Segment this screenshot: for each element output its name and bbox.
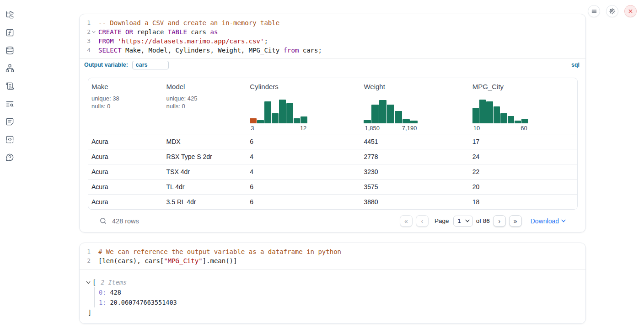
- function-square-icon: [5, 28, 14, 37]
- table-cell: 22: [469, 168, 577, 175]
- table-row[interactable]: AcuraTSX 4dr4323022: [88, 164, 577, 179]
- table-cell: RSX Type S 2dr: [163, 153, 247, 160]
- table-header-row: Make unique: 38 nulls: 0 Model unique: 4…: [88, 78, 577, 134]
- histogram-bar[interactable]: [364, 120, 371, 123]
- sidebar-item-scratchpad[interactable]: [5, 81, 15, 91]
- line-number: 2: [80, 256, 94, 265]
- histogram-bar[interactable]: [272, 113, 279, 123]
- sidebar-item-dependency-graph[interactable]: [5, 63, 15, 73]
- table-body: AcuraMDX6445117AcuraRSX Type S 2dr427782…: [88, 134, 577, 209]
- column-header-model[interactable]: Model unique: 425 nulls: 0: [163, 83, 247, 134]
- first-page-button[interactable]: «: [400, 215, 413, 227]
- settings-button[interactable]: [606, 5, 618, 17]
- table-cell: 4: [247, 168, 360, 175]
- sidebar-item-variables[interactable]: [5, 27, 15, 37]
- histogram-bar[interactable]: [286, 103, 293, 123]
- table-cell: 6: [247, 198, 360, 206]
- column-header-mpg-city[interactable]: MPG_City 1060: [469, 83, 577, 134]
- histogram-bar[interactable]: [257, 120, 264, 123]
- histogram-bar[interactable]: [379, 100, 386, 123]
- column-stat: nulls: 0: [91, 102, 160, 110]
- sidebar-item-help[interactable]: [5, 152, 15, 162]
- histogram-bar[interactable]: [486, 101, 493, 123]
- download-button[interactable]: Download: [531, 217, 566, 225]
- table-row[interactable]: AcuraMDX6445117: [88, 134, 577, 149]
- chevron-down-icon: [465, 219, 470, 222]
- table-cell: 3230: [360, 168, 469, 175]
- search-icon[interactable]: [99, 217, 107, 225]
- code-text: # We can reference the output variable a…: [94, 247, 341, 256]
- row-count: 428 rows: [112, 217, 139, 225]
- histogram-bar[interactable]: [279, 100, 286, 123]
- python-code-editor[interactable]: 1# We can reference the output variable …: [80, 243, 585, 270]
- column-header-cylinders[interactable]: Cylinders 312: [247, 83, 360, 134]
- table-cell: 20: [469, 183, 577, 190]
- histogram-bar[interactable]: [410, 121, 418, 123]
- code-square-icon: [5, 135, 14, 144]
- table-row[interactable]: AcuraTL 4dr6357520: [88, 179, 577, 194]
- prev-page-button[interactable]: ‹: [416, 215, 429, 227]
- histogram-bar[interactable]: [521, 119, 528, 123]
- table-cell: Acura: [88, 138, 163, 145]
- database-icon: [5, 46, 14, 55]
- sql-cell: 1-- Download a CSV and create an in-memo…: [79, 14, 586, 233]
- sql-code-editor[interactable]: 1-- Download a CSV and create an in-memo…: [80, 14, 585, 58]
- histogram-bar[interactable]: [515, 121, 521, 123]
- histogram-axis-labels: 312: [250, 125, 307, 132]
- fold-chevron-icon[interactable]: [92, 31, 96, 33]
- histogram-bar[interactable]: [395, 111, 402, 123]
- column-header-make[interactable]: Make unique: 38 nulls: 0: [88, 83, 163, 134]
- collapse-chevron-icon[interactable]: [86, 281, 91, 284]
- histogram-bar[interactable]: [250, 118, 257, 123]
- histogram-bar[interactable]: [508, 116, 514, 123]
- last-page-button[interactable]: »: [509, 215, 522, 227]
- code-text: -- Download a CSV and create an in-memor…: [94, 18, 279, 27]
- table-row[interactable]: Acura3.5 RL 4dr6388018: [88, 194, 577, 209]
- close-icon: [628, 8, 633, 14]
- page-total: of 86: [476, 217, 490, 224]
- open-bracket: [: [92, 277, 96, 287]
- histogram-bar[interactable]: [371, 105, 379, 123]
- next-page-button[interactable]: ›: [493, 215, 506, 227]
- histogram-bar[interactable]: [494, 106, 500, 123]
- table-cell: TSX 4dr: [163, 168, 247, 175]
- table-cell: 18: [469, 198, 577, 206]
- sidebar-item-file-explorer[interactable]: [5, 10, 15, 20]
- close-bracket: ]: [88, 307, 585, 317]
- code-line: 3FROM 'https://datasets.marimo.app/cars.…: [80, 37, 585, 46]
- column-stat: unique: 38: [91, 95, 160, 102]
- table-cell: 4451: [360, 138, 469, 145]
- column-header-weight[interactable]: Weight 1,8507,190: [360, 83, 469, 134]
- histogram-bar[interactable]: [301, 116, 307, 123]
- table-footer: 428 rows « ‹ Page 1 of 86 › »: [88, 210, 578, 232]
- histogram-bar[interactable]: [387, 105, 394, 123]
- cylinders-histogram[interactable]: 312: [250, 100, 307, 134]
- histogram-bar[interactable]: [472, 108, 479, 123]
- output-variable-label: Output variable:: [84, 62, 128, 68]
- table-cell: Acura: [88, 198, 163, 206]
- histogram-bar[interactable]: [500, 113, 507, 123]
- menu-button[interactable]: [588, 5, 600, 17]
- shutdown-button[interactable]: [624, 5, 637, 17]
- sidebar-item-datasources[interactable]: [5, 45, 15, 55]
- weight-histogram[interactable]: 1,8507,190: [364, 100, 418, 134]
- table-cell: 17: [469, 138, 577, 145]
- histogram-bar[interactable]: [479, 100, 486, 123]
- table-cell: Acura: [88, 153, 163, 160]
- histogram-bar[interactable]: [294, 118, 301, 123]
- page-select[interactable]: 1: [453, 216, 472, 227]
- sidebar-item-snippets[interactable]: [5, 134, 15, 144]
- document-icon: [5, 117, 14, 126]
- table-cell: 6: [247, 183, 360, 190]
- sidebar-item-documentation[interactable]: [5, 116, 15, 127]
- line-number: 4: [80, 46, 94, 55]
- histogram-bar[interactable]: [264, 101, 271, 123]
- table-row[interactable]: AcuraRSX Type S 2dr4277824: [88, 149, 577, 164]
- mpg-city-histogram[interactable]: 1060: [472, 100, 528, 134]
- pagination: « ‹ Page 1 of 86 › »: [400, 215, 522, 227]
- histogram-bar[interactable]: [402, 119, 410, 123]
- language-badge[interactable]: sql: [571, 62, 580, 68]
- sidebar-item-logs[interactable]: [5, 99, 15, 109]
- output-variable-input[interactable]: [132, 61, 169, 69]
- help-circle-icon: [5, 153, 14, 162]
